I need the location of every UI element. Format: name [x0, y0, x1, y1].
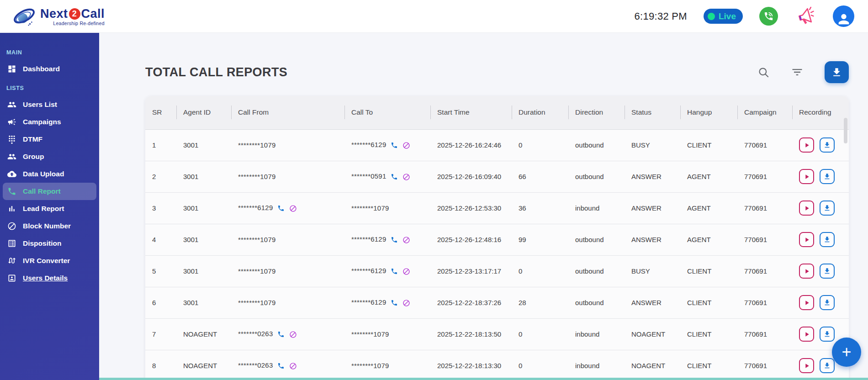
play-recording-button[interactable]: [799, 137, 814, 153]
block-number-icon[interactable]: [402, 173, 410, 181]
download-recording-button[interactable]: [820, 137, 835, 153]
cell-status: NOAGENT: [625, 350, 680, 380]
column-header-status: Status: [625, 96, 680, 129]
main-content: TOTAL CALL REPORTS: [99, 33, 868, 380]
export-download-button[interactable]: [825, 61, 849, 83]
sidebar-item-dashboard[interactable]: Dashboard: [3, 60, 96, 78]
sidebar-item-campaigns[interactable]: Campaigns: [3, 113, 96, 131]
cell-direction: inbound: [568, 318, 625, 350]
call-phone-icon[interactable]: [277, 331, 285, 338]
user-avatar[interactable]: [833, 5, 854, 27]
clock: 6:19:32 PM: [634, 11, 687, 22]
horizontal-scrollbar[interactable]: [99, 378, 868, 380]
call-phone-icon[interactable]: [391, 236, 398, 243]
cell-status: BUSY: [625, 255, 680, 287]
cell-start-time: 2025-12-22-18:13:50: [430, 318, 512, 350]
sidebar-item-data-upload[interactable]: Data Upload: [3, 165, 96, 183]
sidebar-item-disposition[interactable]: Disposition: [3, 235, 96, 252]
cell-hangup: AGENT: [680, 161, 737, 192]
sidebar-item-users-list[interactable]: Users List: [3, 96, 96, 113]
bar-chart-icon: [7, 204, 17, 214]
block-number-icon[interactable]: [402, 142, 410, 149]
cell-hangup: AGENT: [680, 192, 737, 224]
block-number-icon[interactable]: [402, 236, 410, 244]
block-number-icon[interactable]: [289, 205, 297, 212]
sidebar-item-block-number[interactable]: Block Number: [3, 217, 96, 235]
cell-agent-id: 3001: [176, 129, 231, 161]
download-icon: [823, 330, 831, 338]
swap-calls-icon: [7, 256, 17, 266]
cell-agent-id: 3001: [176, 192, 231, 224]
download-recording-button[interactable]: [820, 169, 835, 184]
call-phone-icon[interactable]: [391, 173, 398, 180]
table-row: 63001********1079*******61292025-12-22-1…: [145, 287, 849, 318]
cell-agent-id: NOAGENT: [176, 318, 231, 350]
cell-agent-id: 3001: [176, 255, 231, 287]
sidebar-item-group[interactable]: Group: [3, 148, 96, 165]
cell-recording: [792, 224, 849, 255]
sidebar-item-label: Disposition: [23, 239, 61, 248]
play-recording-button[interactable]: [799, 327, 814, 342]
block-number-icon[interactable]: [402, 268, 410, 275]
cell-campaign: 770691: [737, 255, 792, 287]
table-row: 53001********1079*******61292025-12-23-1…: [145, 255, 849, 287]
download-recording-button[interactable]: [820, 232, 835, 247]
download-recording-button[interactable]: [820, 295, 835, 310]
sidebar-item-ivr-converter[interactable]: IVR Converter: [3, 252, 96, 269]
add-fab-button[interactable]: +: [832, 338, 861, 367]
live-dot-icon: [708, 13, 715, 20]
brand-logo[interactable]: Next2Call Leadership Re-defined: [11, 5, 105, 28]
download-icon: [823, 236, 831, 243]
cell-duration: 0: [512, 255, 568, 287]
sidebar-item-lead-report[interactable]: Lead Report: [3, 200, 96, 217]
play-icon: [803, 268, 810, 275]
header-actions: 6:19:32 PM Live: [634, 5, 854, 27]
cell-sr: 4: [145, 224, 176, 255]
cell-start-time: 2025-12-23-13:17:17: [430, 255, 512, 287]
play-icon: [803, 299, 810, 306]
cell-call-from: *******0263: [231, 350, 344, 380]
play-recording-button[interactable]: [799, 232, 814, 247]
block-number-icon[interactable]: [402, 299, 410, 307]
vertical-scrollbar[interactable]: [844, 118, 847, 143]
call-phone-icon[interactable]: [391, 142, 398, 149]
phone-icon: [7, 186, 17, 196]
download-recording-button[interactable]: [820, 358, 835, 373]
call-phone-icon[interactable]: [277, 362, 285, 369]
call-phone-icon[interactable]: [391, 299, 398, 306]
users-icon: [7, 100, 17, 110]
plus-icon: +: [842, 343, 851, 362]
play-recording-button[interactable]: [799, 264, 814, 279]
cell-call-from: *******0263: [231, 318, 344, 350]
sidebar-item-dtmf[interactable]: DTMF: [3, 131, 96, 148]
sidebar-item-label: Block Number: [23, 222, 71, 230]
play-recording-button[interactable]: [799, 169, 814, 184]
cell-sr: 6: [145, 287, 176, 318]
call-reports-table: SRAgent IDCall FromCall ToStart TimeDura…: [145, 96, 849, 380]
download-recording-button[interactable]: [820, 201, 835, 216]
megaphone-icon[interactable]: [794, 5, 816, 27]
play-recording-button[interactable]: [799, 201, 814, 216]
cell-duration: 0: [512, 350, 568, 380]
cell-start-time: 2025-12-26-16:24:46: [430, 129, 512, 161]
table-row: 8NOAGENT*******0263********10792025-12-2…: [145, 350, 849, 380]
call-phone-icon[interactable]: [277, 205, 285, 212]
call-phone-icon[interactable]: [391, 268, 398, 275]
sidebar-item-call-report[interactable]: Call Report: [3, 183, 96, 200]
download-recording-button[interactable]: [820, 264, 835, 279]
sidebar-item-users-details[interactable]: Users Details: [3, 269, 96, 287]
play-recording-button[interactable]: [799, 358, 814, 373]
portrait-icon: [7, 273, 17, 283]
cell-recording: [792, 192, 849, 224]
play-recording-button[interactable]: [799, 295, 814, 310]
filter-icon[interactable]: [791, 66, 804, 79]
search-icon[interactable]: [757, 66, 770, 79]
call-status-button[interactable]: [759, 7, 778, 26]
globe-logo-icon: [11, 5, 37, 28]
cell-campaign: 770691: [737, 318, 792, 350]
block-number-icon[interactable]: [289, 362, 297, 370]
download-recording-button[interactable]: [820, 327, 835, 342]
download-icon: [823, 141, 831, 149]
block-number-icon[interactable]: [289, 331, 297, 338]
live-badge[interactable]: Live: [704, 9, 743, 24]
